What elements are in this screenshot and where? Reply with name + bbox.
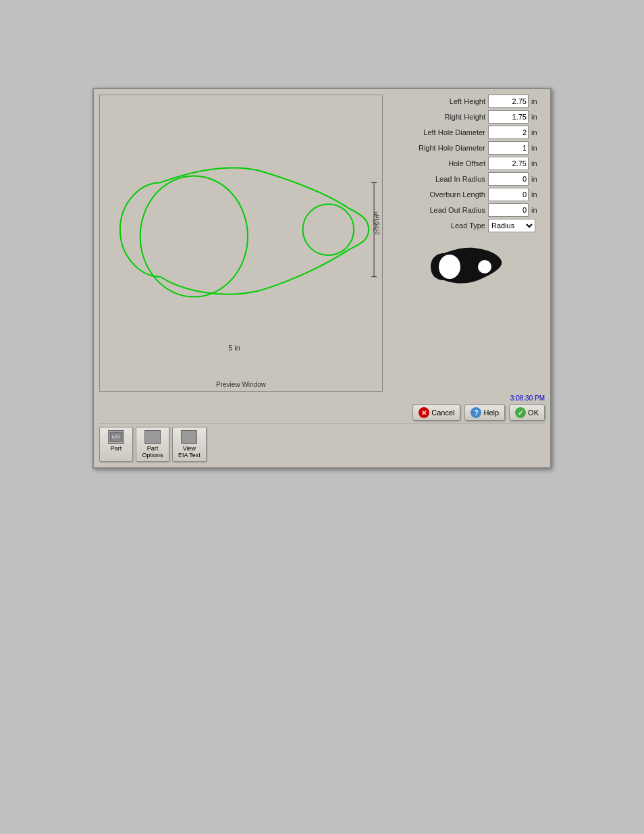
svg-text:EZO: EZO — [112, 435, 121, 439]
right-hole-diameter-input[interactable] — [488, 141, 529, 155]
shape-icon-svg — [429, 243, 504, 290]
left-hole-diameter-input[interactable] — [488, 126, 529, 139]
lead-out-radius-input[interactable] — [488, 203, 529, 217]
cancel-icon: ✕ — [419, 407, 429, 418]
svg-point-7 — [439, 255, 460, 279]
left-hole-diameter-unit: in — [531, 128, 545, 136]
lead-out-radius-unit: in — [531, 206, 545, 214]
ok-button[interactable]: ✓ OK — [509, 405, 545, 421]
bottom-bar: 3:08:30 PM — [99, 394, 545, 402]
right-height-label: Right Height — [388, 113, 485, 121]
hole-offset-input[interactable] — [488, 157, 529, 170]
lead-type-label: Lead Type — [388, 221, 485, 230]
right-height-input[interactable] — [488, 110, 529, 124]
overburn-length-label: Overburn Length — [388, 190, 485, 199]
shape-preview-icon — [388, 243, 545, 290]
view-eia-button[interactable]: ViewEIA Text — [172, 427, 207, 462]
hole-offset-unit: in — [531, 159, 545, 167]
lead-in-radius-label: Lead In Radius — [388, 175, 485, 183]
lead-in-radius-input[interactable] — [488, 172, 529, 186]
left-hole-diameter-label: Left Hole Diameter — [388, 128, 485, 136]
svg-text:2.75 in: 2.75 in — [373, 215, 381, 235]
right-height-unit: in — [531, 113, 545, 121]
ok-icon: ✓ — [515, 407, 526, 418]
hole-offset-label: Hole Offset — [388, 159, 485, 167]
svg-rect-0 — [100, 95, 382, 391]
left-height-input[interactable] — [488, 95, 529, 108]
part-icon-button[interactable]: EZO Part — [99, 427, 133, 462]
main-window: 5 in 2.75 in 2.75 in Preview Window Left… — [92, 88, 552, 469]
lead-out-radius-label: Lead Out Radius — [388, 206, 485, 214]
part-icon-label: Part — [111, 445, 122, 452]
left-height-unit: in — [531, 97, 545, 105]
part-icon: EZO — [108, 430, 124, 444]
right-hole-diameter-unit: in — [531, 144, 545, 152]
help-icon: ? — [471, 407, 481, 418]
toolbar: EZO Part PartOptions ViewEIA Text — [99, 423, 545, 462]
cancel-label: Cancel — [431, 409, 454, 417]
help-button[interactable]: ? Help — [464, 405, 505, 421]
action-buttons-row: ✕ Cancel ? Help ✓ OK — [99, 405, 545, 421]
dimension-width-label: 5 in — [228, 344, 240, 352]
view-eia-label: ViewEIA Text — [178, 445, 200, 459]
ok-label: OK — [528, 409, 539, 417]
preview-label: Preview Window — [100, 381, 382, 388]
svg-point-8 — [478, 260, 491, 273]
right-panel: Left Height in Right Height in Left Hole… — [388, 95, 545, 392]
view-eia-icon — [181, 430, 197, 444]
overburn-length-input[interactable] — [488, 188, 529, 201]
top-section: 5 in 2.75 in 2.75 in Preview Window Left… — [99, 95, 545, 392]
lead-in-radius-unit: in — [531, 175, 545, 183]
part-options-label: PartOptions — [142, 445, 163, 459]
preview-svg: 5 in 2.75 in 2.75 in — [100, 95, 382, 391]
preview-area: 5 in 2.75 in 2.75 in Preview Window — [99, 95, 383, 392]
part-options-button[interactable]: PartOptions — [136, 427, 169, 462]
left-height-label: Left Height — [388, 97, 485, 105]
lead-type-select[interactable]: Radius Linear None — [488, 219, 535, 232]
timestamp: 3:08:30 PM — [510, 394, 545, 402]
overburn-length-unit: in — [531, 190, 545, 199]
help-label: Help — [483, 409, 499, 417]
right-hole-diameter-label: Right Hole Diameter — [388, 144, 485, 152]
part-options-icon — [144, 430, 161, 444]
cancel-button[interactable]: ✕ Cancel — [412, 405, 460, 421]
fields-grid: Left Height in Right Height in Left Hole… — [388, 95, 545, 232]
